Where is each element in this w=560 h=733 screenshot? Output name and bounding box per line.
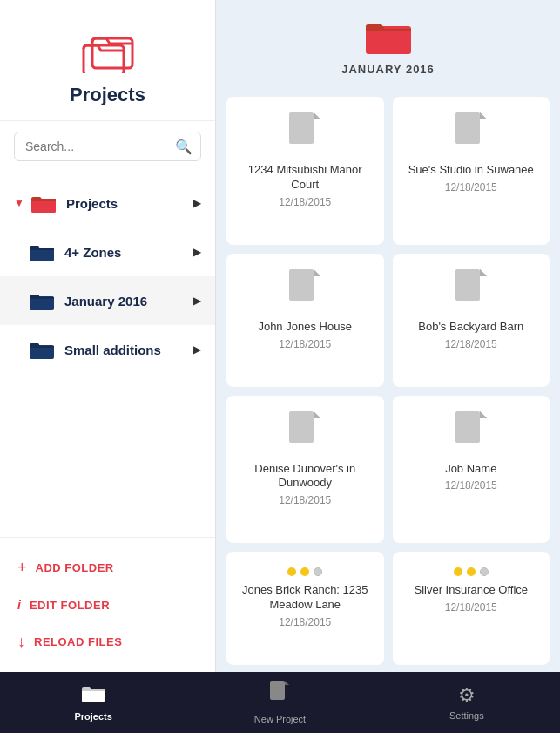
tab-new-project[interactable]: New Project — [186, 681, 373, 724]
document-icon — [455, 411, 487, 453]
edit-icon: i — [17, 598, 21, 612]
projects-tab-icon — [82, 683, 105, 708]
dot-2 — [467, 567, 476, 576]
projects-grid: 1234 Mitsubishi Manor Court 12/18/2015 S… — [216, 90, 560, 672]
list-item[interactable]: John Jones House 12/18/2015 — [226, 254, 384, 387]
folder-icon-january — [28, 287, 56, 315]
main-folder-icon — [366, 17, 411, 58]
sidebar-item-small-additions[interactable]: Small additions ▶ — [0, 325, 215, 374]
nav-arrow-january: ▶ — [193, 295, 201, 307]
svg-marker-16 — [314, 269, 320, 276]
collapse-arrow-icon: ▼ — [14, 197, 24, 209]
tab-new-project-label: New Project — [254, 714, 306, 724]
document-icon — [455, 112, 487, 154]
dot-3 — [314, 567, 322, 576]
item-name: John Jones House — [258, 320, 352, 335]
dot-1 — [454, 567, 462, 576]
add-icon: + — [17, 559, 27, 577]
list-item[interactable]: Jones Brick Ranch: 1235 Meadow Lane 12/1… — [226, 552, 384, 665]
item-date: 12/18/2015 — [445, 601, 497, 614]
tab-projects[interactable]: Projects — [0, 683, 186, 722]
sidebar-item-january-2016[interactable]: January 2016 ▶ — [0, 276, 215, 325]
dot-1 — [287, 567, 296, 576]
main-header: JANUARY 2016 — [216, 0, 560, 90]
item-name: Jones Brick Ranch: 1235 Meadow Lane — [235, 583, 375, 613]
document-icon — [289, 411, 320, 453]
sidebar-header: Projects — [0, 0, 215, 121]
settings-tab-icon: ⚙ — [458, 684, 476, 707]
svg-marker-13 — [480, 112, 487, 119]
item-date: 12/18/2015 — [445, 181, 497, 193]
item-name: Denise Dunover's in Dunwoody — [235, 462, 375, 492]
item-date: 12/18/2015 — [279, 338, 331, 350]
edit-folder-button[interactable]: i EDIT FOLDER — [0, 587, 215, 622]
sidebar-title: Projects — [70, 84, 145, 106]
item-name: Job Name — [445, 462, 496, 477]
nav-arrow-4zones: ▶ — [193, 246, 201, 258]
list-item[interactable]: Denise Dunover's in Dunwoody 12/18/2015 — [226, 396, 384, 544]
sidebar-item-projects[interactable]: ▼ Projects ▶ — [0, 179, 215, 227]
sidebar-item-4plus-zones[interactable]: 4+ Zones ▶ — [0, 227, 215, 276]
search-icon: 🔍 — [175, 139, 192, 155]
svg-rect-8 — [289, 112, 314, 144]
item-date: 12/18/2015 — [279, 616, 331, 628]
svg-rect-27 — [270, 681, 285, 700]
document-icon — [289, 112, 320, 154]
svg-rect-11 — [455, 112, 480, 144]
svg-marker-25 — [480, 411, 487, 418]
reload-icon: ↓ — [17, 633, 25, 651]
list-item[interactable]: Job Name 12/18/2015 — [393, 396, 550, 544]
add-folder-label: ADD FOLDER — [36, 561, 114, 574]
sidebar-actions: + ADD FOLDER i EDIT FOLDER ↓ RELOAD FILE… — [0, 537, 215, 672]
item-date: 12/18/2015 — [445, 338, 497, 350]
dot-2 — [300, 567, 309, 576]
main-content: JANUARY 2016 1234 Mitsubishi Manor Court… — [216, 0, 560, 672]
item-date: 12/18/2015 — [445, 479, 497, 492]
reload-files-button[interactable]: ↓ RELOAD FILES — [0, 622, 215, 662]
tab-settings-label: Settings — [449, 710, 484, 721]
list-item[interactable]: 1234 Mitsubishi Manor Court 12/18/2015 — [226, 97, 384, 245]
svg-rect-17 — [455, 269, 480, 301]
list-item[interactable]: Silver Insurance Office 12/18/2015 — [393, 552, 550, 665]
folder-icon-4zones — [28, 238, 56, 266]
nav-list: ▼ Projects ▶ — [0, 172, 215, 537]
add-folder-button[interactable]: + ADD FOLDER — [0, 548, 215, 587]
new-project-tab-icon — [270, 681, 289, 710]
search-box: 🔍 — [14, 132, 201, 161]
sidebar-item-4zones-label: 4+ Zones — [64, 245, 193, 260]
item-name: Sue's Studio in Suwanee — [408, 163, 534, 178]
list-item[interactable]: Sue's Studio in Suwanee 12/18/2015 — [393, 97, 550, 245]
item-name: Silver Insurance Office — [414, 583, 528, 598]
sidebar-item-january-label: January 2016 — [64, 294, 193, 309]
item-date: 12/18/2015 — [279, 196, 331, 208]
sidebar: Projects 🔍 ▼ Projects ▶ — [0, 0, 216, 672]
nav-arrow-projects: ▶ — [193, 197, 201, 209]
dot-3 — [480, 567, 489, 576]
svg-marker-28 — [285, 681, 289, 685]
bottom-nav: Projects New Project ⚙ Settings — [0, 672, 560, 733]
status-dots — [287, 567, 322, 576]
svg-marker-19 — [480, 269, 487, 276]
list-item[interactable]: Bob's Backyard Barn 12/18/2015 — [393, 254, 550, 387]
sidebar-item-small-additions-label: Small additions — [64, 343, 193, 357]
svg-rect-23 — [455, 411, 480, 443]
reload-files-label: RELOAD FILES — [34, 635, 122, 648]
sidebar-item-projects-label: Projects — [66, 196, 193, 211]
item-name: Bob's Backyard Barn — [418, 320, 523, 335]
svg-rect-20 — [289, 411, 314, 443]
folder-icon-small-additions — [28, 336, 56, 363]
svg-marker-10 — [314, 112, 320, 119]
svg-rect-14 — [289, 269, 314, 301]
document-icon — [455, 269, 487, 311]
status-dots — [454, 567, 489, 576]
main-folder-title: JANUARY 2016 — [341, 63, 435, 76]
item-name: 1234 Mitsubishi Manor Court — [235, 163, 375, 193]
item-date: 12/18/2015 — [279, 494, 331, 506]
document-icon — [289, 269, 320, 311]
edit-folder-label: EDIT FOLDER — [30, 599, 110, 612]
search-input[interactable] — [14, 132, 201, 161]
nav-arrow-small-additions: ▶ — [193, 343, 201, 356]
tab-settings[interactable]: ⚙ Settings — [374, 684, 560, 721]
projects-logo-icon — [77, 21, 139, 77]
svg-marker-22 — [314, 411, 320, 418]
